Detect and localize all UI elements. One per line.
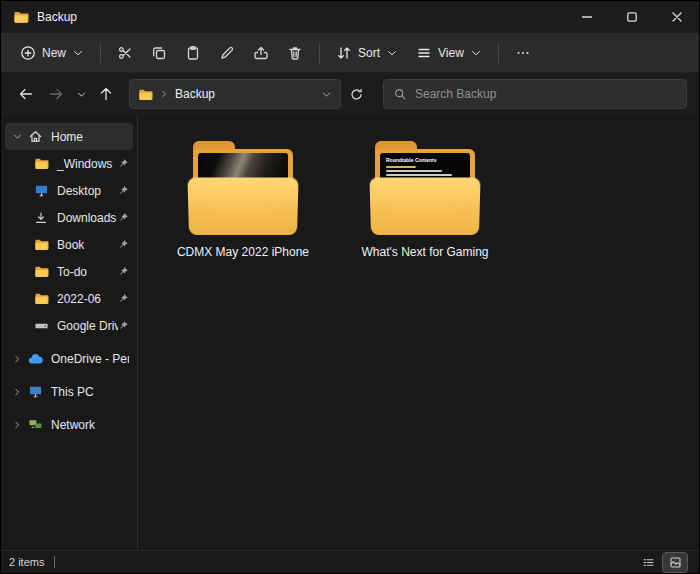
sidebar-item-home[interactable]: Home bbox=[5, 123, 133, 150]
rename-icon bbox=[219, 45, 235, 61]
scissors-icon bbox=[117, 45, 133, 61]
sort-button-label: Sort bbox=[358, 46, 380, 60]
share-button[interactable] bbox=[244, 38, 278, 68]
download-icon bbox=[31, 211, 51, 225]
trash-icon bbox=[287, 45, 303, 61]
minimize-button[interactable] bbox=[564, 1, 609, 33]
folder-tile-cdmx[interactable]: CDMX May 2022 iPhone bbox=[164, 141, 322, 259]
delete-button[interactable] bbox=[278, 38, 312, 68]
window-controls bbox=[564, 1, 699, 33]
forward-arrow-icon bbox=[48, 86, 64, 102]
address-dropdown-icon[interactable] bbox=[321, 89, 332, 100]
ellipsis-icon bbox=[515, 45, 531, 61]
view-button[interactable]: View bbox=[407, 38, 491, 68]
search-box bbox=[383, 79, 687, 109]
pin-icon bbox=[118, 185, 129, 196]
forward-button[interactable] bbox=[41, 79, 71, 109]
onedrive-cloud-icon bbox=[25, 351, 45, 367]
sidebar-item-label: To-do bbox=[51, 265, 118, 279]
minimize-icon bbox=[581, 11, 593, 23]
sidebar-item-label: Desktop bbox=[51, 184, 118, 198]
maximize-icon bbox=[626, 11, 638, 23]
titlebar: Backup bbox=[1, 1, 699, 33]
item-count: 2 items bbox=[9, 556, 44, 568]
pin-icon bbox=[118, 212, 129, 223]
breadcrumb-folder-icon bbox=[138, 87, 153, 102]
toolbar-separator bbox=[498, 43, 499, 63]
sidebar-item-google-drive[interactable]: Google Drive (G: bbox=[5, 312, 133, 339]
new-plus-icon bbox=[20, 45, 36, 61]
maximize-button[interactable] bbox=[609, 1, 654, 33]
navigation-bar: Backup bbox=[1, 73, 699, 115]
details-view-button[interactable] bbox=[636, 553, 660, 572]
sidebar-item-2022-06[interactable]: 2022-06 bbox=[5, 285, 133, 312]
search-input[interactable] bbox=[415, 87, 677, 101]
this-pc-icon bbox=[25, 384, 45, 399]
sidebar-item-downloads[interactable]: Downloads bbox=[5, 204, 133, 231]
folder-icon bbox=[31, 237, 51, 252]
chevron-right-icon[interactable] bbox=[9, 387, 25, 397]
breadcrumb-chevron-icon bbox=[159, 89, 169, 99]
back-button[interactable] bbox=[11, 79, 41, 109]
sidebar-item-this-pc[interactable]: This PC bbox=[5, 378, 133, 405]
recent-locations-button[interactable] bbox=[71, 79, 91, 109]
folder-tile-gaming[interactable]: Roundtable Contents What's Next for Gami… bbox=[346, 141, 504, 259]
window-title: Backup bbox=[37, 10, 77, 24]
file-explorer-window: Backup New bbox=[0, 0, 700, 574]
sidebar-item-label: This PC bbox=[45, 385, 129, 399]
refresh-button[interactable] bbox=[341, 79, 371, 109]
folder-icon-large bbox=[184, 141, 302, 235]
status-divider bbox=[54, 556, 55, 568]
new-button-label: New bbox=[42, 46, 66, 60]
chevron-right-icon[interactable] bbox=[9, 354, 25, 364]
folder-icon bbox=[31, 291, 51, 306]
toolbar-separator bbox=[319, 43, 320, 63]
sidebar-item-book[interactable]: Book bbox=[5, 231, 133, 258]
sidebar-item-windows[interactable]: _Windows bbox=[5, 150, 133, 177]
view-icon bbox=[416, 45, 432, 61]
explorer-body: Home _Windows Desktop Downloads Book bbox=[1, 115, 699, 550]
sidebar-item-label: OneDrive - Personal bbox=[45, 352, 129, 366]
sidebar-item-desktop[interactable]: Desktop bbox=[5, 177, 133, 204]
address-bar[interactable]: Backup bbox=[129, 79, 341, 109]
close-button[interactable] bbox=[654, 1, 699, 33]
view-button-label: View bbox=[438, 46, 464, 60]
rename-button[interactable] bbox=[210, 38, 244, 68]
sidebar-item-todo[interactable]: To-do bbox=[5, 258, 133, 285]
drive-icon bbox=[31, 318, 51, 333]
see-more-button[interactable] bbox=[506, 38, 540, 68]
pin-icon bbox=[118, 266, 129, 277]
toolbar-separator bbox=[100, 43, 101, 63]
app-folder-icon bbox=[13, 9, 29, 25]
chevron-down-icon bbox=[386, 47, 398, 59]
sort-icon bbox=[336, 45, 352, 61]
breadcrumb-item[interactable]: Backup bbox=[175, 87, 215, 101]
network-icon bbox=[25, 417, 45, 432]
sidebar-item-label: Network bbox=[45, 418, 129, 432]
chevron-down-icon bbox=[72, 47, 84, 59]
command-bar: New Sort View bbox=[1, 33, 699, 73]
chevron-right-icon[interactable] bbox=[9, 420, 25, 430]
sidebar-item-onedrive[interactable]: OneDrive - Personal bbox=[5, 345, 133, 372]
sort-button[interactable]: Sort bbox=[327, 38, 407, 68]
folder-icon-large: Roundtable Contents bbox=[366, 141, 484, 235]
folder-front bbox=[187, 178, 298, 235]
sidebar-item-network[interactable]: Network bbox=[5, 411, 133, 438]
view-toggles bbox=[636, 553, 691, 572]
pin-icon bbox=[118, 293, 129, 304]
large-icons-view-button[interactable] bbox=[663, 553, 687, 572]
new-button[interactable]: New bbox=[11, 38, 93, 68]
copy-button[interactable] bbox=[142, 38, 176, 68]
paste-button[interactable] bbox=[176, 38, 210, 68]
up-button[interactable] bbox=[91, 79, 121, 109]
chevron-down-icon bbox=[470, 47, 482, 59]
navigation-pane: Home _Windows Desktop Downloads Book bbox=[1, 115, 137, 550]
copy-icon bbox=[151, 45, 167, 61]
sidebar-item-label: _Windows bbox=[51, 157, 118, 171]
home-icon bbox=[25, 129, 45, 144]
refresh-icon bbox=[349, 87, 364, 102]
cut-button[interactable] bbox=[108, 38, 142, 68]
chevron-down-icon[interactable] bbox=[9, 131, 25, 142]
sidebar-item-label: Book bbox=[51, 238, 118, 252]
slide-title-text: Roundtable Contents bbox=[386, 157, 464, 164]
